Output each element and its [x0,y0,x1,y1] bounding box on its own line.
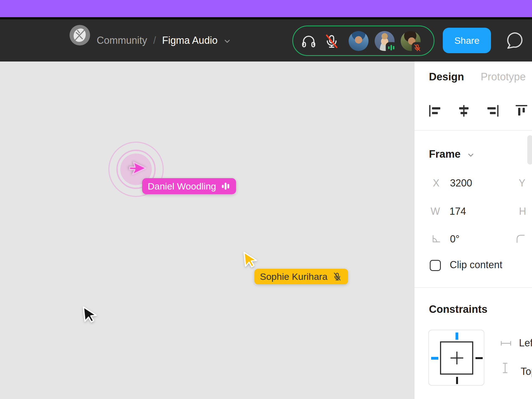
share-button[interactable]: Share [443,28,491,53]
breadcrumb: Community / Figma Audio [97,19,231,62]
align-horizontal-center-icon [457,105,470,117]
align-top-icon [515,105,528,117]
collaborator-name: Sophie Kurihara [260,271,328,282]
breadcrumb-community[interactable]: Community [97,35,147,46]
constraints-title: Constraints [429,303,487,315]
comment-bubble-icon [505,31,524,50]
constraints-widget[interactable] [428,330,484,386]
constraint-tick-right[interactable] [475,357,483,359]
inspector-panel: Design Prototype [414,62,532,399]
section-divider [415,287,532,288]
rotation-field-value[interactable]: 0° [450,233,459,245]
vertical-constraint-value[interactable]: Top [521,366,532,377]
microphone-mute-button[interactable] [324,33,340,49]
participant-avatar-3[interactable] [401,31,421,51]
mic-muted-icon [332,272,342,281]
tab-prototype[interactable]: Prototype [481,71,526,83]
voice-call-pill [292,25,434,56]
community-logo[interactable] [70,25,90,45]
mic-muted-icon [324,33,340,49]
speaking-indicator-badge [386,42,397,53]
breadcrumb-separator: / [153,35,156,46]
corner-radius-icon [516,234,526,244]
collaborator-cursor-sophie [240,249,260,269]
banner-separator [0,17,532,19]
width-field-label: W [431,206,440,217]
x-field-label: X [433,177,439,189]
clip-content-checkbox[interactable] [430,260,441,271]
collaborator-label-daniel: Daniel Woodling [142,178,236,194]
participant-avatar-1[interactable] [349,31,369,51]
rotation-angle-icon [431,234,441,244]
muted-indicator-badge [412,42,423,53]
chevron-down-icon [467,151,475,159]
collaborator-name: Daniel Woodling [148,181,216,192]
participant-avatar-2[interactable] [375,31,395,51]
promo-banner [0,0,532,17]
constraint-tick-bottom[interactable] [456,377,458,384]
collaborator-label-sophie: Sophie Kurihara [254,269,348,284]
y-field-label: Y [519,177,525,189]
align-horizontal-center-button[interactable] [457,105,470,117]
breadcrumb-file-title[interactable]: Figma Audio [162,35,218,46]
section-divider [415,130,532,131]
align-left-icon [429,105,441,117]
comment-button[interactable] [505,31,524,50]
mic-muted-icon [413,44,421,52]
height-field-label: H [519,206,526,217]
x-field-value[interactable]: 3200 [450,177,472,189]
clip-content-label[interactable]: Clip content [450,259,502,271]
headphones-icon [301,33,317,49]
align-right-icon [486,105,499,117]
canvas[interactable]: Daniel Woodling Sophie Kurihara [0,62,414,399]
scrollbar-thumb[interactable] [527,135,532,165]
share-button-label: Share [454,35,480,46]
constraints-section-header: Constraints [429,303,487,315]
width-field-value[interactable]: 174 [449,206,466,217]
align-top-button[interactable] [515,105,528,117]
selection-type-label: Frame [429,148,461,160]
horizontal-constraint-icon [500,341,511,346]
constraint-tick-left[interactable] [431,357,438,360]
constraint-tick-top[interactable] [456,332,458,340]
toolbar: Community / Figma Audio [0,19,532,62]
chevron-down-icon[interactable] [223,37,231,45]
speaking-waveform-icon [221,182,230,191]
align-right-button[interactable] [486,105,499,117]
inspector-tabs: Design Prototype [429,71,526,83]
self-cursor [80,304,100,324]
frame-section-header[interactable]: Frame [429,148,475,160]
tab-design[interactable]: Design [429,71,464,83]
vertical-constraint-icon [503,362,508,374]
leaf-icon [70,25,90,45]
audio-headphones-button[interactable] [301,33,317,49]
alignment-toolbar [429,105,528,117]
audio-waveform-icon [387,44,395,52]
align-left-button[interactable] [429,105,441,117]
horizontal-constraint-value[interactable]: Left [519,337,532,349]
constraints-plus-icon [456,352,457,364]
